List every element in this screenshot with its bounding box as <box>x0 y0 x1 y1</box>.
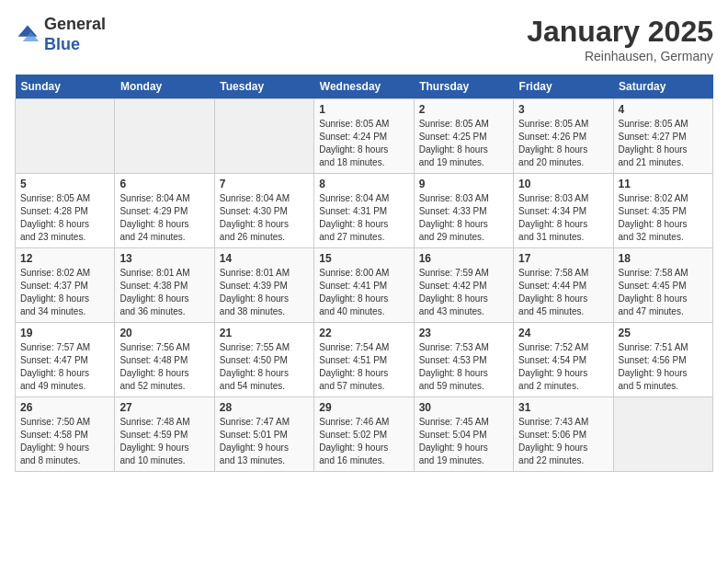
calendar-cell: 19Sunrise: 7:57 AM Sunset: 4:47 PM Dayli… <box>16 323 115 397</box>
day-info: Sunrise: 8:05 AM Sunset: 4:24 PM Dayligh… <box>319 118 408 169</box>
day-info: Sunrise: 7:53 AM Sunset: 4:53 PM Dayligh… <box>419 341 508 393</box>
calendar-cell: 23Sunrise: 7:53 AM Sunset: 4:53 PM Dayli… <box>414 323 513 397</box>
calendar-cell: 3Sunrise: 8:05 AM Sunset: 4:26 PM Daylig… <box>514 99 613 174</box>
weekday-row: SundayMondayTuesdayWednesdayThursdayFrid… <box>16 75 713 99</box>
day-number: 14 <box>220 252 309 265</box>
calendar-week-row: 19Sunrise: 7:57 AM Sunset: 4:47 PM Dayli… <box>16 323 713 397</box>
day-number: 28 <box>220 401 309 414</box>
day-info: Sunrise: 7:56 AM Sunset: 4:48 PM Dayligh… <box>119 341 209 393</box>
calendar-cell: 9Sunrise: 8:03 AM Sunset: 4:33 PM Daylig… <box>414 174 513 248</box>
calendar-cell: 11Sunrise: 8:02 AM Sunset: 4:35 PM Dayli… <box>613 174 712 248</box>
day-number: 9 <box>419 178 508 190</box>
day-number: 24 <box>518 327 608 339</box>
calendar-week-row: 5Sunrise: 8:05 AM Sunset: 4:28 PM Daylig… <box>16 174 713 248</box>
day-number: 5 <box>20 178 109 190</box>
calendar-cell: 6Sunrise: 8:04 AM Sunset: 4:29 PM Daylig… <box>115 174 214 248</box>
day-number: 12 <box>20 252 109 265</box>
calendar-cell: 14Sunrise: 8:01 AM Sunset: 4:39 PM Dayli… <box>214 248 313 323</box>
day-info: Sunrise: 7:51 AM Sunset: 4:56 PM Dayligh… <box>619 341 708 393</box>
day-number: 3 <box>518 103 608 116</box>
logo: General Blue <box>15 15 106 54</box>
weekday-header: Monday <box>115 75 214 99</box>
calendar-cell <box>613 397 712 472</box>
weekday-header: Sunday <box>16 75 115 99</box>
calendar-cell: 1Sunrise: 8:05 AM Sunset: 4:24 PM Daylig… <box>314 99 414 174</box>
day-info: Sunrise: 7:50 AM Sunset: 4:58 PM Dayligh… <box>20 416 109 467</box>
calendar-cell: 18Sunrise: 7:58 AM Sunset: 4:45 PM Dayli… <box>613 248 712 323</box>
day-number: 23 <box>419 327 508 339</box>
day-number: 31 <box>518 401 608 414</box>
day-info: Sunrise: 8:04 AM Sunset: 4:30 PM Dayligh… <box>220 192 309 244</box>
day-number: 21 <box>220 327 309 339</box>
day-info: Sunrise: 8:01 AM Sunset: 4:39 PM Dayligh… <box>220 267 309 318</box>
day-info: Sunrise: 7:57 AM Sunset: 4:47 PM Dayligh… <box>20 341 109 393</box>
day-number: 27 <box>119 401 209 414</box>
day-info: Sunrise: 8:04 AM Sunset: 4:29 PM Dayligh… <box>119 192 209 244</box>
day-info: Sunrise: 8:05 AM Sunset: 4:26 PM Dayligh… <box>518 118 608 169</box>
calendar-cell: 4Sunrise: 8:05 AM Sunset: 4:27 PM Daylig… <box>613 99 712 174</box>
day-number: 20 <box>119 327 209 339</box>
calendar-cell: 25Sunrise: 7:51 AM Sunset: 4:56 PM Dayli… <box>613 323 712 397</box>
day-number: 22 <box>319 327 408 339</box>
calendar-table: SundayMondayTuesdayWednesdayThursdayFrid… <box>15 75 713 472</box>
calendar-cell: 7Sunrise: 8:04 AM Sunset: 4:30 PM Daylig… <box>214 174 313 248</box>
calendar-title: January 2025 <box>527 15 713 49</box>
day-info: Sunrise: 8:01 AM Sunset: 4:38 PM Dayligh… <box>119 267 209 318</box>
day-info: Sunrise: 7:52 AM Sunset: 4:54 PM Dayligh… <box>518 341 608 393</box>
day-info: Sunrise: 8:05 AM Sunset: 4:28 PM Dayligh… <box>20 192 109 244</box>
calendar-subtitle: Reinhausen, Germany <box>527 49 713 63</box>
day-info: Sunrise: 7:55 AM Sunset: 4:50 PM Dayligh… <box>220 341 309 393</box>
day-number: 10 <box>518 178 608 190</box>
day-info: Sunrise: 7:46 AM Sunset: 5:02 PM Dayligh… <box>319 416 408 467</box>
day-info: Sunrise: 7:43 AM Sunset: 5:06 PM Dayligh… <box>518 416 608 467</box>
day-number: 7 <box>220 178 309 190</box>
day-number: 15 <box>319 252 408 265</box>
day-number: 2 <box>419 103 508 116</box>
page-header: General Blue January 2025 Reinhausen, Ge… <box>15 15 713 63</box>
svg-marker-0 <box>18 25 38 36</box>
logo-general: General <box>44 15 106 35</box>
calendar-cell <box>115 99 214 174</box>
day-info: Sunrise: 7:54 AM Sunset: 4:51 PM Dayligh… <box>319 341 408 393</box>
day-info: Sunrise: 8:05 AM Sunset: 4:25 PM Dayligh… <box>419 118 508 169</box>
calendar-cell: 13Sunrise: 8:01 AM Sunset: 4:38 PM Dayli… <box>115 248 214 323</box>
logo-text: General Blue <box>44 15 106 54</box>
day-info: Sunrise: 7:59 AM Sunset: 4:42 PM Dayligh… <box>419 267 508 318</box>
calendar-cell <box>214 99 313 174</box>
calendar-cell: 10Sunrise: 8:03 AM Sunset: 4:34 PM Dayli… <box>514 174 613 248</box>
day-info: Sunrise: 7:58 AM Sunset: 4:45 PM Dayligh… <box>619 267 708 318</box>
weekday-header: Tuesday <box>214 75 313 99</box>
day-info: Sunrise: 7:47 AM Sunset: 5:01 PM Dayligh… <box>220 416 309 467</box>
day-number: 19 <box>20 327 109 339</box>
day-number: 4 <box>619 103 708 116</box>
weekday-header: Wednesday <box>314 75 414 99</box>
day-info: Sunrise: 7:58 AM Sunset: 4:44 PM Dayligh… <box>518 267 608 318</box>
calendar-week-row: 1Sunrise: 8:05 AM Sunset: 4:24 PM Daylig… <box>16 99 713 174</box>
calendar-cell: 24Sunrise: 7:52 AM Sunset: 4:54 PM Dayli… <box>514 323 613 397</box>
weekday-header: Friday <box>514 75 613 99</box>
calendar-cell: 22Sunrise: 7:54 AM Sunset: 4:51 PM Dayli… <box>314 323 414 397</box>
day-number: 26 <box>20 401 109 414</box>
calendar-cell: 8Sunrise: 8:04 AM Sunset: 4:31 PM Daylig… <box>314 174 414 248</box>
day-number: 6 <box>119 178 209 190</box>
day-info: Sunrise: 8:02 AM Sunset: 4:37 PM Dayligh… <box>20 267 109 318</box>
calendar-cell: 2Sunrise: 8:05 AM Sunset: 4:25 PM Daylig… <box>414 99 513 174</box>
calendar-cell: 16Sunrise: 7:59 AM Sunset: 4:42 PM Dayli… <box>414 248 513 323</box>
day-info: Sunrise: 8:04 AM Sunset: 4:31 PM Dayligh… <box>319 192 408 244</box>
day-info: Sunrise: 8:03 AM Sunset: 4:33 PM Dayligh… <box>419 192 508 244</box>
calendar-cell: 27Sunrise: 7:48 AM Sunset: 4:59 PM Dayli… <box>115 397 214 472</box>
calendar-week-row: 12Sunrise: 8:02 AM Sunset: 4:37 PM Dayli… <box>16 248 713 323</box>
weekday-header: Thursday <box>414 75 513 99</box>
calendar-cell: 15Sunrise: 8:00 AM Sunset: 4:41 PM Dayli… <box>314 248 414 323</box>
calendar-header: SundayMondayTuesdayWednesdayThursdayFrid… <box>16 75 713 99</box>
day-number: 13 <box>119 252 209 265</box>
day-number: 1 <box>319 103 408 116</box>
calendar-cell: 12Sunrise: 8:02 AM Sunset: 4:37 PM Dayli… <box>16 248 115 323</box>
day-number: 17 <box>518 252 608 265</box>
calendar-cell <box>16 99 115 174</box>
title-block: January 2025 Reinhausen, Germany <box>527 15 713 63</box>
day-number: 18 <box>619 252 708 265</box>
day-info: Sunrise: 8:03 AM Sunset: 4:34 PM Dayligh… <box>518 192 608 244</box>
calendar-cell: 5Sunrise: 8:05 AM Sunset: 4:28 PM Daylig… <box>16 174 115 248</box>
calendar-cell: 17Sunrise: 7:58 AM Sunset: 4:44 PM Dayli… <box>514 248 613 323</box>
